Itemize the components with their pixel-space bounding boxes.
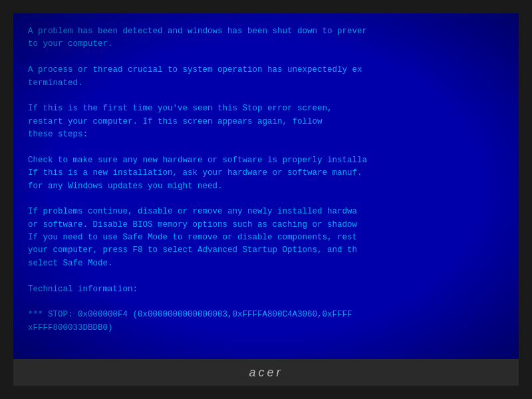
bsod-line15: If problems continue, disable or remove … (28, 207, 357, 216)
monitor: A problem has been detected and windows … (0, 0, 532, 399)
bsod-line5: terminated. (28, 78, 83, 88)
bsod-line12: If this is a new installation, ask your … (28, 168, 362, 178)
bsod-line17: If you need to use Safe Mode to remove o… (28, 233, 357, 242)
bsod-line8: restart your computer. If this screen ap… (28, 117, 323, 126)
bsod-line2: to your computer. (28, 39, 113, 49)
bsod-line13: for any Windows updates you might need. (28, 182, 223, 191)
bsod-line18: your computer, press F8 to select Advanc… (28, 245, 357, 255)
bsod-line7: If this is the first time you've seen th… (28, 104, 332, 113)
bsod-content: A problem has been detected and windows … (28, 25, 504, 359)
bsod-line4: A process or thread crucial to system op… (28, 65, 362, 74)
bsod-line1: A problem has been detected and windows … (28, 27, 367, 36)
brand-label: acer (249, 366, 283, 380)
bsod-screen: A problem has been detected and windows … (13, 13, 519, 359)
brand-bar: acer (13, 359, 519, 386)
bsod-line23: *** STOP: 0x000000F4 (0x0000000000000003… (28, 310, 352, 319)
bsod-line16: or software. Disable BIOS memory options… (28, 220, 357, 229)
bsod-line21: Technical information: (28, 285, 138, 294)
bsod-line19: select Safe Mode. (28, 259, 113, 268)
bsod-line24: xFFFF800033DBDB0) (28, 323, 113, 332)
bsod-line11: Check to make sure any new hardware or s… (28, 156, 367, 165)
bsod-line9: these steps: (28, 130, 88, 139)
